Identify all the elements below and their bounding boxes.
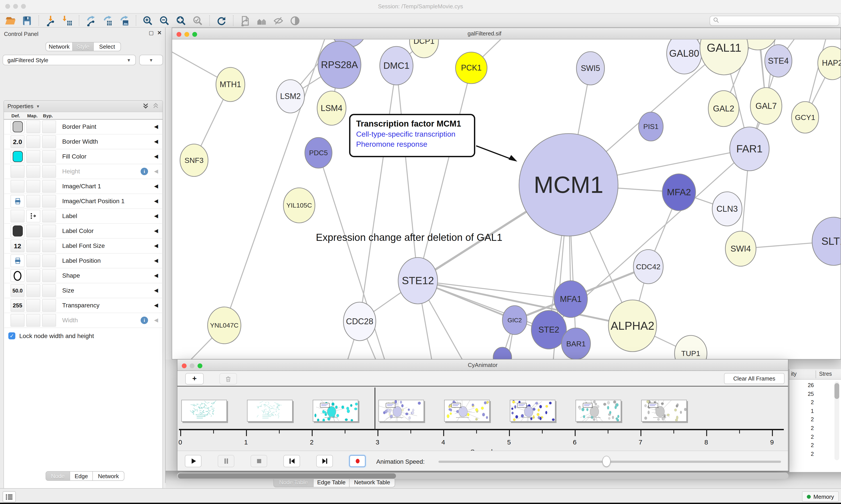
default-value-cell[interactable] — [11, 165, 24, 178]
table-cell[interactable]: 2 — [789, 442, 814, 448]
play-button[interactable] — [185, 455, 201, 467]
info-icon[interactable]: i — [141, 317, 148, 324]
default-value-cell[interactable]: 255 — [11, 299, 24, 312]
default-value-cell[interactable] — [11, 180, 24, 193]
mapping-cell[interactable] — [26, 165, 40, 178]
mapping-cell[interactable] — [26, 210, 40, 222]
collapse-all-icon[interactable] — [153, 102, 159, 110]
property-row-size[interactable]: 50.0Size◀ — [4, 283, 162, 298]
table-header-ity[interactable]: ity — [791, 371, 797, 377]
bypass-cell[interactable] — [42, 195, 56, 208]
expand-row-icon[interactable]: ◀ — [154, 138, 158, 144]
bypass-cell[interactable] — [42, 165, 56, 178]
caption-annotation[interactable]: Expression change after deletion of GAL1 — [316, 232, 502, 243]
style-options-button[interactable]: ▼ — [139, 55, 163, 65]
delete-frame-button[interactable] — [219, 373, 237, 384]
mapping-cell[interactable] — [26, 284, 40, 297]
table-cell[interactable]: 1 — [789, 408, 814, 414]
frame-thumbnail-3[interactable] — [378, 400, 424, 422]
clear-all-frames-button[interactable]: Clear All Frames — [724, 373, 785, 384]
bypass-cell[interactable] — [42, 224, 56, 237]
property-row-label-color[interactable]: Label Color◀ — [4, 224, 162, 239]
property-row-transparency[interactable]: 255Transparency◀ — [4, 298, 162, 313]
previous-frame-button[interactable] — [283, 455, 300, 467]
default-value-cell[interactable] — [11, 210, 24, 222]
next-frame-button[interactable] — [316, 455, 333, 467]
mapping-cell[interactable] — [26, 299, 40, 312]
add-frame-button[interactable]: + — [185, 373, 204, 384]
table-cell[interactable]: 2 — [789, 417, 814, 423]
tab-network[interactable]: Network — [46, 42, 73, 51]
table-cell[interactable]: 25 — [789, 391, 814, 397]
bypass-cell[interactable] — [42, 180, 56, 193]
property-row-image-chart-position-1[interactable]: Image/Chart Position 1◀ — [4, 194, 162, 209]
panel-tab-node[interactable]: Node — [46, 471, 70, 481]
network-window-title-bar[interactable]: galFiltered.sif — [172, 28, 841, 39]
property-row-shape[interactable]: Shape◀ — [4, 268, 162, 283]
record-button[interactable] — [349, 455, 366, 467]
pause-button[interactable] — [218, 455, 234, 467]
memory-button[interactable]: Memory — [802, 491, 839, 502]
mapping-cell[interactable] — [26, 121, 40, 133]
table-cell[interactable]: 2 — [789, 434, 814, 440]
panel-tab-network[interactable]: Network — [93, 471, 124, 481]
expand-row-icon[interactable]: ◀ — [154, 317, 158, 323]
default-value-cell[interactable] — [11, 269, 24, 282]
float-window-icon[interactable]: ▢ — [149, 30, 154, 36]
bypass-cell[interactable] — [42, 269, 56, 282]
annotation-file-icon[interactable] — [237, 15, 252, 27]
import-network-icon[interactable] — [43, 15, 58, 27]
bypass-cell[interactable] — [42, 254, 56, 267]
network-node-SMALL1[interactable] — [493, 347, 512, 359]
mcm1-annotation[interactable]: Transcription factor MCM1 Cell-type-spec… — [349, 114, 475, 157]
property-row-label[interactable]: Label◀ — [4, 209, 162, 224]
cyanimator-title-bar[interactable]: CyAnimator — [177, 360, 788, 371]
style-selector[interactable]: galFiltered Style ▼ — [3, 55, 136, 65]
close-icon[interactable]: ✕ — [157, 30, 162, 36]
mapping-cell[interactable] — [26, 150, 40, 163]
property-row-label-font-size[interactable]: 12Label Font Size◀ — [4, 239, 162, 254]
expand-row-icon[interactable]: ◀ — [154, 213, 158, 219]
export-network-icon[interactable] — [83, 15, 98, 27]
expand-row-icon[interactable]: ◀ — [154, 183, 158, 189]
properties-header-label[interactable]: Properties — [7, 103, 34, 109]
expand-row-icon[interactable]: ◀ — [154, 153, 158, 159]
property-row-label-position[interactable]: Label Position◀ — [4, 254, 162, 268]
info-icon[interactable]: i — [141, 168, 148, 175]
expand-row-icon[interactable]: ◀ — [154, 302, 158, 308]
expand-row-icon[interactable]: ◀ — [154, 287, 158, 293]
table-column-headers[interactable]: ityStres — [789, 369, 841, 380]
table-cell[interactable]: 2 — [789, 425, 814, 431]
import-table-icon[interactable] — [59, 15, 74, 27]
bypass-cell[interactable] — [42, 284, 56, 297]
frame-thumbnail-2[interactable] — [312, 400, 358, 422]
bypass-cell[interactable] — [42, 135, 56, 148]
property-row-border-width[interactable]: 2.0Border Width◀ — [4, 134, 162, 149]
expand-row-icon[interactable]: ◀ — [154, 228, 158, 234]
default-value-cell[interactable]: 12 — [11, 239, 24, 252]
frame-thumbnail-1[interactable] — [247, 400, 292, 422]
default-value-cell[interactable]: 2.0 — [11, 135, 24, 148]
expand-row-icon[interactable]: ◀ — [154, 272, 158, 278]
stop-button[interactable] — [251, 455, 267, 467]
group-icon[interactable] — [254, 15, 269, 27]
mapping-cell[interactable] — [26, 195, 40, 208]
table-scrollbar-thumb[interactable] — [835, 383, 839, 399]
property-row-height[interactable]: Heighti◀ — [4, 164, 162, 179]
search-input[interactable] — [710, 16, 839, 26]
default-value-cell[interactable] — [11, 314, 24, 327]
zoom-in-icon[interactable] — [140, 15, 155, 27]
panel-tab-edge[interactable]: Edge — [70, 471, 93, 481]
mapping-cell[interactable] — [26, 254, 40, 267]
export-image-icon[interactable] — [117, 15, 131, 27]
default-value-cell[interactable]: 50.0 — [11, 284, 24, 297]
show-details-icon[interactable] — [287, 15, 302, 27]
property-row-width[interactable]: Widthi◀ — [4, 313, 162, 328]
save-session-icon[interactable] — [19, 15, 34, 27]
export-table-icon[interactable] — [100, 15, 115, 27]
lock-checkbox[interactable]: ✓ — [8, 332, 15, 339]
property-row-image-chart-1[interactable]: Image/Chart 1◀ — [4, 179, 162, 194]
frame-thumbnail-5[interactable] — [510, 400, 555, 422]
tab-style[interactable]: Style — [73, 42, 94, 51]
table-cell[interactable]: 2 — [789, 451, 814, 457]
